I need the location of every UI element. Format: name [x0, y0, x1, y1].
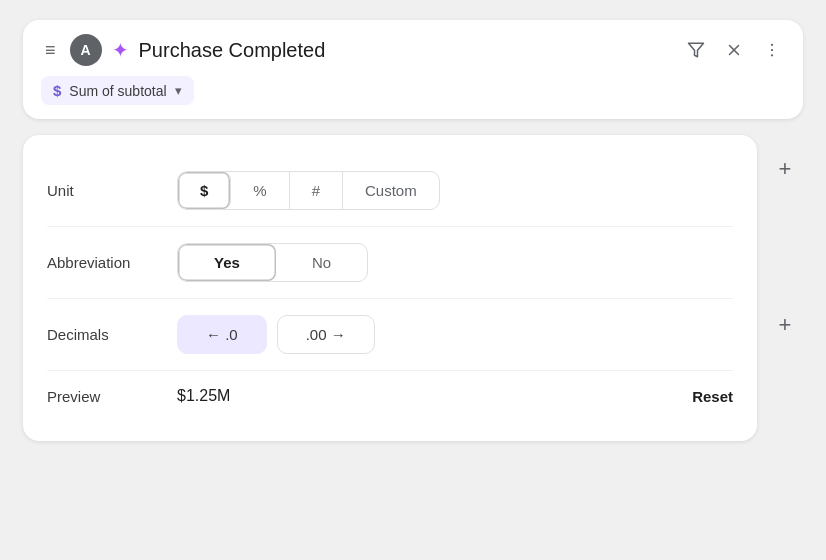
unit-percent-button[interactable]: % [231, 172, 289, 209]
settings-card: Unit $ % # Custom Abbreviation Yes No [23, 135, 757, 441]
decimal-decrease-button[interactable]: ← .0 [177, 315, 267, 354]
avatar: A [70, 34, 102, 66]
top-card-header: ≡ A ✦ Purchase Completed [41, 34, 785, 66]
bottom-panel: Unit $ % # Custom Abbreviation Yes No [23, 135, 803, 441]
more-icon [763, 41, 781, 59]
decimals-label: Decimals [47, 326, 177, 343]
hamburger-button[interactable]: ≡ [41, 36, 60, 65]
unit-label: Unit [47, 182, 177, 199]
svg-point-3 [771, 44, 773, 46]
abbreviation-control: Yes No [177, 243, 733, 282]
preview-value: $1.25M [177, 387, 230, 405]
close-button[interactable] [721, 37, 747, 63]
side-buttons: + + [767, 135, 803, 343]
unit-row: Unit $ % # Custom [47, 155, 733, 227]
abbreviation-toggle: Yes No [177, 243, 368, 282]
sum-label: Sum of subtotal [69, 83, 166, 99]
preview-label: Preview [47, 388, 177, 405]
unit-custom-button[interactable]: Custom [343, 172, 439, 209]
dollar-icon: $ [53, 82, 61, 99]
abbreviation-row: Abbreviation Yes No [47, 227, 733, 299]
top-card: ≡ A ✦ Purchase Completed $ [23, 20, 803, 119]
close-icon [725, 41, 743, 59]
filter-icon [687, 41, 705, 59]
sparkle-icon: ✦ [112, 38, 129, 62]
chevron-down-icon: ▾ [175, 83, 182, 98]
decimals-row: Decimals ← .0 .00 → [47, 299, 733, 371]
unit-dollar-button[interactable]: $ [178, 172, 231, 209]
unit-hash-button[interactable]: # [290, 172, 343, 209]
reset-button[interactable]: Reset [692, 388, 733, 405]
sum-badge[interactable]: $ Sum of subtotal ▾ [41, 76, 194, 105]
spacer [767, 197, 803, 297]
filter-button[interactable] [683, 37, 709, 63]
unit-control: $ % # Custom [177, 171, 733, 210]
add-bottom-button[interactable]: + [767, 307, 803, 343]
abbreviation-no-button[interactable]: No [276, 244, 367, 281]
card-title: Purchase Completed [139, 39, 673, 62]
svg-point-4 [771, 49, 773, 51]
more-button[interactable] [759, 37, 785, 63]
decimals-control: ← .0 .00 → [177, 315, 733, 354]
preview-row: Preview $1.25M Reset [47, 371, 733, 421]
svg-point-5 [771, 54, 773, 56]
svg-marker-0 [689, 43, 704, 57]
abbreviation-label: Abbreviation [47, 254, 177, 271]
abbreviation-yes-button[interactable]: Yes [178, 244, 276, 281]
unit-toggle: $ % # Custom [177, 171, 440, 210]
header-actions [683, 37, 785, 63]
add-top-button[interactable]: + [767, 151, 803, 187]
decimal-increase-button[interactable]: .00 → [277, 315, 375, 354]
